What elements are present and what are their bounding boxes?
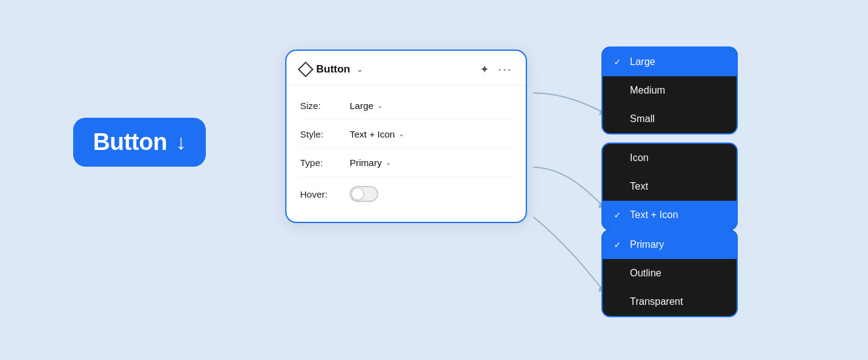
- more-options-icon[interactable]: ···: [498, 62, 512, 76]
- size-chevron-icon: ⌄: [377, 102, 383, 110]
- toggle-thumb: [352, 188, 364, 200]
- size-option-small[interactable]: Small: [603, 105, 737, 133]
- style-option-icon[interactable]: Icon: [603, 144, 737, 172]
- style-option-text-icon[interactable]: ✓ Text + Icon: [603, 201, 737, 229]
- diamond-icon: [298, 61, 313, 77]
- panel-header-right: ✦ ···: [480, 62, 512, 76]
- size-option-medium[interactable]: Medium: [603, 76, 737, 105]
- title-chevron-icon[interactable]: ⌄: [356, 64, 363, 74]
- panel-header: Button ⌄ ✦ ···: [286, 51, 526, 86]
- hero-button[interactable]: Button ↓: [73, 118, 206, 167]
- arrows-svg: [527, 56, 614, 316]
- panel-title: Button: [316, 63, 350, 76]
- type-option-transparent[interactable]: Transparent: [603, 288, 737, 316]
- type-transparent-label: Transparent: [630, 296, 683, 307]
- size-small-label: Small: [630, 113, 655, 125]
- style-label: Style:: [300, 129, 350, 139]
- size-value-text: Large: [350, 100, 373, 111]
- style-texticon-label: Text + Icon: [630, 209, 678, 221]
- check-icon: ✓: [614, 240, 624, 250]
- size-large-label: Large: [630, 56, 655, 68]
- hero-button-arrow-icon: ↓: [175, 130, 186, 154]
- check-icon: ✓: [614, 57, 624, 67]
- hover-row: Hover:: [300, 177, 512, 211]
- size-dropdown: ✓ Large Medium Small: [601, 46, 738, 134]
- properties-panel: Button ⌄ ✦ ··· Size: Large ⌄ Style: Text…: [285, 50, 527, 223]
- size-value[interactable]: Large ⌄: [350, 100, 383, 111]
- style-text-label: Text: [630, 181, 648, 192]
- type-dropdown: ✓ Primary Outline Transparent: [601, 229, 738, 317]
- size-label: Size:: [300, 100, 350, 111]
- type-option-outline[interactable]: Outline: [603, 259, 737, 288]
- type-label: Type:: [300, 157, 350, 168]
- hover-toggle[interactable]: [350, 186, 378, 202]
- type-value-text: Primary: [350, 157, 382, 168]
- check-icon: ✓: [614, 210, 624, 220]
- style-chevron-icon: ⌄: [399, 130, 404, 138]
- panel-header-left: Button ⌄: [300, 63, 363, 76]
- sparkle-icon[interactable]: ✦: [480, 63, 489, 76]
- type-outline-label: Outline: [630, 268, 662, 279]
- type-chevron-icon: ⌄: [386, 159, 391, 167]
- size-medium-label: Medium: [630, 85, 665, 96]
- style-icon-label: Icon: [630, 152, 649, 164]
- style-row: Style: Text + Icon ⌄: [300, 120, 512, 149]
- type-primary-label: Primary: [630, 239, 664, 250]
- style-dropdown: Icon Text ✓ Text + Icon: [601, 143, 738, 230]
- hover-label: Hover:: [300, 189, 350, 200]
- style-value[interactable]: Text + Icon ⌄: [350, 129, 404, 139]
- size-option-large[interactable]: ✓ Large: [603, 48, 737, 76]
- type-value[interactable]: Primary ⌄: [350, 157, 391, 168]
- type-option-primary[interactable]: ✓ Primary: [603, 230, 737, 259]
- panel-body: Size: Large ⌄ Style: Text + Icon ⌄ Type:…: [286, 86, 526, 222]
- hero-button-label: Button: [93, 129, 167, 156]
- style-option-text[interactable]: Text: [603, 172, 737, 201]
- type-row: Type: Primary ⌄: [300, 149, 512, 177]
- style-value-text: Text + Icon: [350, 129, 395, 139]
- size-row: Size: Large ⌄: [300, 92, 512, 120]
